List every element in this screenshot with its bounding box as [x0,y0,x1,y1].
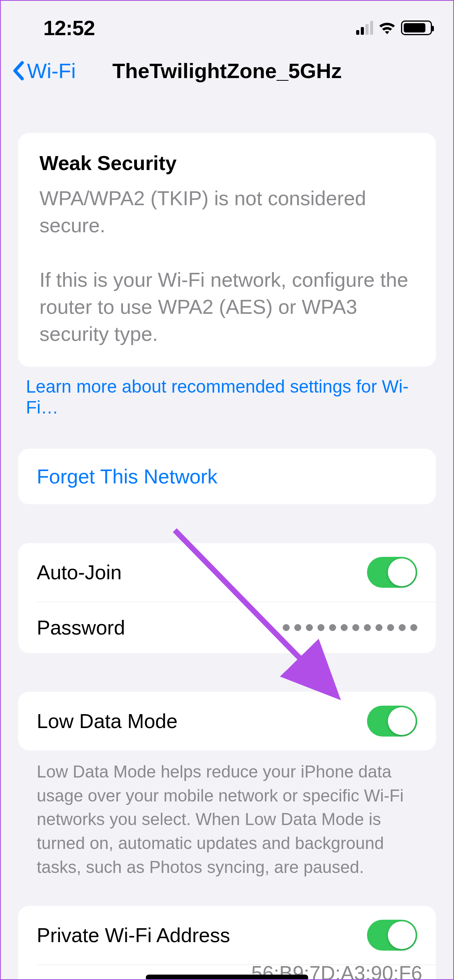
auto-join-row: Auto-Join [18,543,436,602]
battery-icon [401,20,432,35]
home-indicator[interactable] [146,975,308,980]
password-row[interactable]: Password [37,602,436,653]
status-bar: 12:52 [1,1,453,55]
low-data-mode-footer: Low Data Mode helps reduce your iPhone d… [18,750,436,879]
private-wifi-address-row: Private Wi-Fi Address [18,906,436,965]
auto-join-label: Auto-Join [37,561,122,584]
cellular-signal-icon [356,21,373,35]
private-wifi-address-label: Private Wi-Fi Address [37,924,230,947]
status-indicators [356,20,432,35]
learn-more-link[interactable]: Learn more about recommended settings fo… [18,367,436,418]
wifi-icon [379,21,396,34]
auto-join-toggle[interactable] [367,557,417,588]
security-heading: Weak Security [39,151,415,175]
low-data-mode-group: Low Data Mode [18,692,436,750]
chevron-left-icon [12,61,24,80]
low-data-mode-label: Low Data Mode [37,709,178,733]
nav-bar: Wi-Fi TheTwilightZone_5GHz [1,55,453,94]
low-data-mode-row: Low Data Mode [18,692,436,750]
password-value [283,624,417,631]
security-warning-card: Weak Security WPA/WPA2 (TKIP) is not con… [18,133,436,367]
private-wifi-address-toggle[interactable] [367,920,417,951]
status-time: 12:52 [43,16,95,40]
back-label: Wi-Fi [27,59,76,83]
forget-network-button[interactable]: Forget This Network [18,449,436,504]
low-data-mode-toggle[interactable] [367,706,417,737]
security-body: WPA/WPA2 (TKIP) is not considered secure… [39,185,415,347]
back-button[interactable]: Wi-Fi [12,59,76,83]
connection-settings-group: Auto-Join Password [18,543,436,653]
password-label: Password [37,616,125,639]
forget-network-card: Forget This Network [18,449,436,504]
